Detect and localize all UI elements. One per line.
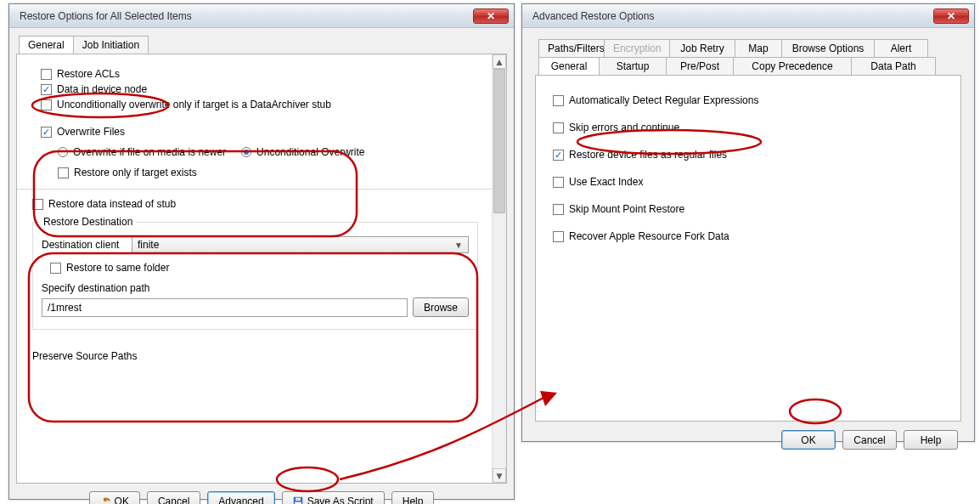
checkbox-restore-acls[interactable]	[41, 69, 52, 80]
label-overwrite-if-newer: Overwrite if file on media is newer	[73, 146, 226, 158]
label-restore-same-folder: Restore to same folder	[66, 262, 169, 274]
row-uncond-overwrite-stub: Unconditionally overwrite only if target…	[41, 99, 483, 110]
tab-alert[interactable]: Alert	[874, 39, 928, 57]
tabpage-general: Automatically Detect Regular Expressions…	[535, 75, 961, 422]
tab-paths-filters[interactable]: Paths/Filters	[538, 39, 605, 57]
close-icon: ✕	[947, 11, 955, 21]
checkbox-restore-data-instead-stub[interactable]	[32, 199, 43, 210]
checkbox-skip-mount-point[interactable]	[553, 204, 564, 215]
advanced-restore-options-dialog: Advanced Restore Options ✕ Paths/Filters…	[521, 3, 975, 442]
label-skip-errors: Skip errors and continue	[569, 122, 679, 133]
label-use-exact-index: Use Exact Index	[569, 176, 643, 188]
row-restore-device-files: Restore device files as regular files	[553, 149, 943, 161]
radio-unconditional-overwrite[interactable]	[241, 147, 251, 157]
group-restore-destination: Restore Destination Destination client f…	[32, 222, 478, 330]
dialog-button-row: OK Cancel Help	[530, 422, 966, 450]
person-icon	[100, 496, 110, 505]
row-skip-errors: Skip errors and continue	[553, 122, 943, 133]
tab-browse-options[interactable]: Browse Options	[781, 39, 875, 57]
close-button[interactable]: ✕	[933, 8, 969, 24]
checkbox-recover-apple-fork[interactable]	[553, 231, 564, 242]
row-recover-apple-fork: Recover Apple Resource Fork Data	[553, 230, 943, 242]
scroll-up-button[interactable]: ▲	[493, 54, 506, 69]
tab-map[interactable]: Map	[735, 39, 782, 57]
checkbox-restore-same-folder[interactable]	[50, 263, 61, 274]
label-restore-only-target-exists: Restore only if target exists	[74, 167, 197, 178]
checkbox-use-exact-index[interactable]	[553, 177, 564, 188]
ok-button[interactable]: OK	[89, 491, 140, 504]
tab-encryption[interactable]: Encryption	[604, 39, 670, 57]
tab-copy-precedence[interactable]: Copy Precedence	[733, 57, 852, 75]
dialog-client: Paths/Filters Encryption Job Retry Map B…	[527, 32, 970, 437]
tab-job-retry[interactable]: Job Retry	[669, 39, 735, 57]
row-use-exact-index: Use Exact Index	[553, 176, 943, 188]
checkbox-restore-device-files[interactable]	[553, 150, 564, 161]
ok-button[interactable]: OK	[781, 430, 836, 450]
save-as-script-label: Save As Script	[307, 496, 374, 505]
row-overwrite-radios: Overwrite if file on media is newer Unco…	[58, 146, 483, 158]
label-unconditional-overwrite: Unconditional Overwrite	[256, 146, 364, 158]
separator	[17, 189, 492, 190]
dialog-title: Restore Options for All Selected Items	[20, 10, 473, 22]
row-specify-dest-path-label: Specify destination path	[42, 282, 469, 294]
tab-job-initiation[interactable]: Job Initiation	[73, 36, 149, 54]
tab-general[interactable]: General	[538, 57, 600, 75]
label-skip-mount-point: Skip Mount Point Restore	[569, 203, 684, 215]
label-destination-client: Destination client	[42, 239, 127, 251]
cancel-button[interactable]: Cancel	[842, 430, 897, 450]
save-as-script-button[interactable]: Save As Script	[282, 491, 385, 504]
label-restore-data-instead-stub: Restore data instead of stub	[48, 198, 176, 210]
dialog-client: General Job Initiation Restore ACLs Data…	[14, 32, 510, 495]
checkbox-restore-only-target-exists[interactable]	[58, 167, 69, 178]
label-auto-detect-regex: Automatically Detect Regular Expressions	[569, 94, 758, 106]
legend-restore-destination: Restore Destination	[40, 216, 136, 228]
label-recover-apple-fork: Recover Apple Resource Fork Data	[569, 230, 729, 242]
radio-overwrite-if-newer[interactable]	[58, 147, 68, 157]
scroll-content: Restore ACLs Data in device node Uncondi…	[17, 54, 492, 483]
vertical-scrollbar[interactable]: ▲ ▼	[492, 54, 506, 483]
tab-general[interactable]: General	[19, 36, 74, 54]
combo-destination-client[interactable]: finite ▼	[132, 236, 469, 253]
close-button[interactable]: ✕	[473, 8, 509, 24]
label-uncond-overwrite-stub: Unconditionally overwrite only if target…	[57, 99, 331, 110]
browse-button[interactable]: Browse	[413, 297, 469, 317]
tab-pre-post[interactable]: Pre/Post	[666, 57, 734, 75]
label-restore-acls: Restore ACLs	[57, 68, 120, 80]
row-skip-mount-point: Skip Mount Point Restore	[553, 203, 943, 215]
checkbox-data-device-node[interactable]	[41, 84, 52, 95]
label-specify-dest-path: Specify destination path	[42, 282, 149, 294]
advanced-button[interactable]: Advanced	[207, 491, 274, 504]
chevron-down-icon: ▼	[454, 241, 463, 250]
scroll-down-button[interactable]: ▼	[493, 468, 506, 483]
row-restore-data-instead-stub: Restore data instead of stub	[32, 198, 483, 210]
checkbox-auto-detect-regex[interactable]	[553, 95, 564, 106]
row-data-device-node: Data in device node	[41, 83, 483, 95]
label-overwrite-files: Overwrite Files	[57, 126, 125, 138]
disk-icon	[293, 496, 303, 505]
tab-startup[interactable]: Startup	[599, 57, 667, 75]
tabstrip-row2: General Startup Pre/Post Copy Precedence…	[530, 57, 966, 75]
checkbox-overwrite-files[interactable]	[41, 127, 52, 138]
row-auto-detect-regex: Automatically Detect Regular Expressions	[553, 94, 943, 106]
checkbox-uncond-overwrite-stub[interactable]	[41, 99, 52, 110]
checkbox-skip-errors[interactable]	[553, 122, 564, 133]
restore-options-dialog: Restore Options for All Selected Items ✕…	[8, 3, 515, 500]
row-restore-only-target-exists: Restore only if target exists	[58, 167, 483, 178]
row-dest-path: Browse	[42, 297, 469, 317]
combo-destination-client-value: finite	[138, 239, 159, 251]
svg-point-0	[103, 497, 107, 501]
scroll-track[interactable]	[493, 69, 506, 468]
tab-data-path[interactable]: Data Path	[851, 57, 936, 75]
help-button[interactable]: Help	[391, 491, 435, 504]
label-data-device-node: Data in device node	[57, 83, 147, 95]
input-destination-path[interactable]	[42, 298, 408, 317]
dialog-button-row: OK Cancel Advanced Save As Script Help	[14, 486, 510, 504]
help-button[interactable]: Help	[904, 430, 958, 450]
row-restore-acls: Restore ACLs	[41, 68, 483, 80]
row-restore-same-folder: Restore to same folder	[50, 262, 469, 274]
cancel-button[interactable]: Cancel	[147, 491, 200, 504]
scroll-thumb[interactable]	[493, 69, 505, 213]
titlebar[interactable]: Restore Options for All Selected Items ✕	[9, 4, 514, 28]
titlebar[interactable]: Advanced Restore Options ✕	[522, 4, 974, 28]
dialog-title: Advanced Restore Options	[532, 10, 933, 22]
